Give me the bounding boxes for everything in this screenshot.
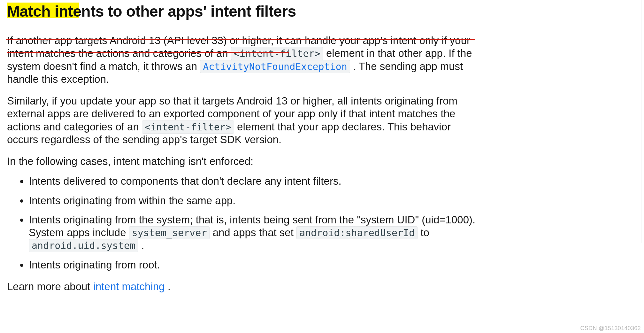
link-activitynotfoundexception[interactable]: ActivityNotFoundException [200,60,350,73]
watermark: CSDN @15130140362 [580,325,641,332]
list-item: Intents delivered to components that don… [29,175,505,188]
link-intent-matching[interactable]: intent matching [93,281,165,292]
list-item: Intents originating from root. [29,259,505,271]
list-item-text-d: . [141,239,144,251]
list-item-text: Intents delivered to components that don… [29,175,341,187]
section-heading: Match intents to other apps' intent filt… [7,0,296,21]
document-page: Match intents to other apps' intent filt… [0,0,644,333]
list-item-text-c: to [420,227,429,238]
code-intent-filter-2: <intent-filter> [142,120,234,134]
right-separator [641,0,641,243]
paragraph-2: Similarly, if you update your app so tha… [7,95,483,146]
paragraph-4: Learn more about intent matching . [7,280,483,293]
paragraph-1: If another app targets Android 13 (API l… [7,34,483,86]
code-shared-user-id: android:sharedUserId [296,226,418,239]
paragraph-4-text-b: . [168,281,171,292]
list-item-text-b: and apps that set [213,227,296,238]
annotation-underline-1 [6,39,475,40]
paragraph-3: In the following cases, intent matching … [7,155,483,168]
code-intent-filter-1: <intent-filter> [231,47,323,60]
list-item-text: Intents originating from within the same… [29,195,236,206]
code-system-server: system_server [129,226,210,239]
cases-list: Intents delivered to components that don… [7,175,505,271]
list-item: Intents originating from the system; tha… [29,213,505,252]
annotation-underline-2 [7,52,289,53]
code-android-uid-system: android.uid.system [29,239,138,252]
list-item-text: Intents originating from root. [29,259,160,271]
list-item: Intents originating from within the same… [29,194,505,207]
paragraph-4-text-a: Learn more about [7,281,93,292]
section-heading-text: Match intents to other apps' intent filt… [7,3,296,20]
